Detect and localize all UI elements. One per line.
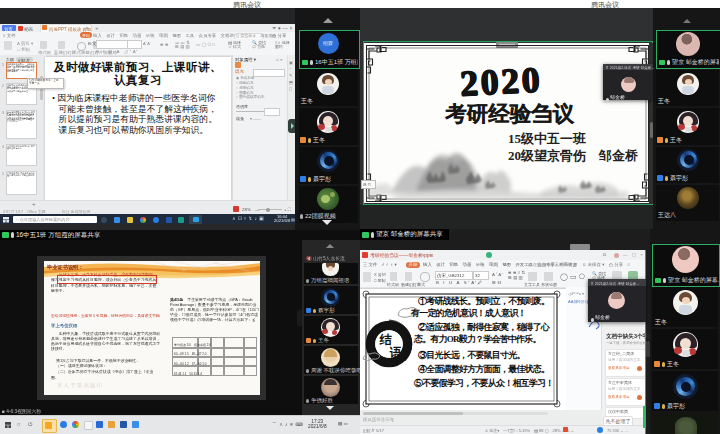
svg-text:语: 语	[390, 346, 403, 360]
